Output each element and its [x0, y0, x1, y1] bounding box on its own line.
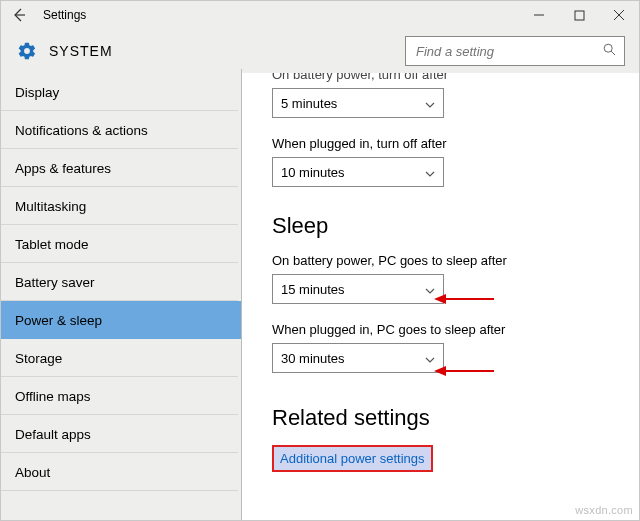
sidebar-item-label: Default apps [15, 427, 91, 442]
sidebar: Display Notifications & actions Apps & f… [1, 73, 242, 520]
sidebar-item-apps-features[interactable]: Apps & features [1, 149, 242, 187]
sidebar-item-default-apps[interactable]: Default apps [1, 415, 242, 453]
minimize-icon [533, 9, 545, 21]
link-text: Additional power settings [280, 451, 425, 466]
sidebar-item-tablet-mode[interactable]: Tablet mode [1, 225, 242, 263]
sidebar-item-label: About [15, 465, 50, 480]
sidebar-item-notifications[interactable]: Notifications & actions [1, 111, 242, 149]
header: SYSTEM [1, 29, 639, 73]
sidebar-item-label: Power & sleep [15, 313, 102, 328]
sleep-plugged-label: When plugged in, PC goes to sleep after [272, 322, 621, 337]
chevron-down-icon [425, 96, 435, 111]
sidebar-item-multitasking[interactable]: Multitasking [1, 187, 242, 225]
additional-power-settings-link[interactable]: Additional power settings [272, 445, 433, 472]
sidebar-item-label: Tablet mode [15, 237, 89, 252]
maximize-button[interactable] [559, 1, 599, 29]
close-button[interactable] [599, 1, 639, 29]
content-pane: On battery power, turn off after 5 minut… [242, 73, 639, 520]
search-icon [603, 43, 616, 59]
chevron-down-icon [425, 351, 435, 366]
maximize-icon [574, 10, 585, 21]
chevron-down-icon [425, 165, 435, 180]
svg-point-5 [604, 44, 612, 52]
svg-rect-2 [575, 11, 584, 20]
gear-icon [17, 41, 37, 61]
search-input[interactable] [405, 36, 625, 66]
dropdown-value: 30 minutes [281, 351, 345, 366]
sleep-plugged-dropdown[interactable]: 30 minutes [272, 343, 444, 373]
close-icon [613, 9, 625, 21]
sidebar-item-power-sleep[interactable]: Power & sleep [1, 301, 242, 339]
window-title: Settings [37, 8, 86, 22]
dropdown-value: 15 minutes [281, 282, 345, 297]
sidebar-item-label: Display [15, 85, 59, 100]
sidebar-item-label: Notifications & actions [15, 123, 148, 138]
related-heading: Related settings [272, 405, 621, 431]
arrow-left-icon [11, 7, 27, 23]
sidebar-item-battery-saver[interactable]: Battery saver [1, 263, 242, 301]
titlebar: Settings [1, 1, 639, 29]
section-title: SYSTEM [49, 43, 113, 59]
sidebar-item-display[interactable]: Display [1, 73, 242, 111]
back-button[interactable] [1, 1, 37, 29]
sleep-heading: Sleep [272, 213, 621, 239]
screen-off-plugged-label: When plugged in, turn off after [272, 136, 621, 151]
svg-line-6 [611, 51, 615, 55]
sidebar-item-label: Storage [15, 351, 62, 366]
watermark: wsxdn.com [575, 504, 633, 516]
search-field[interactable] [414, 43, 603, 60]
sidebar-item-label: Offline maps [15, 389, 91, 404]
sidebar-item-offline-maps[interactable]: Offline maps [1, 377, 242, 415]
screen-off-plugged-dropdown[interactable]: 10 minutes [272, 157, 444, 187]
sidebar-item-label: Apps & features [15, 161, 111, 176]
chevron-down-icon [425, 282, 435, 297]
dropdown-value: 10 minutes [281, 165, 345, 180]
dropdown-value: 5 minutes [281, 96, 337, 111]
sidebar-item-label: Battery saver [15, 275, 95, 290]
sidebar-item-storage[interactable]: Storage [1, 339, 242, 377]
screen-off-battery-label: On battery power, turn off after [272, 73, 621, 82]
sleep-battery-label: On battery power, PC goes to sleep after [272, 253, 621, 268]
sidebar-scrollbar[interactable] [234, 73, 241, 520]
screen-off-battery-dropdown[interactable]: 5 minutes [272, 88, 444, 118]
sleep-battery-dropdown[interactable]: 15 minutes [272, 274, 444, 304]
minimize-button[interactable] [519, 1, 559, 29]
sidebar-item-about[interactable]: About [1, 453, 242, 491]
sidebar-item-label: Multitasking [15, 199, 86, 214]
